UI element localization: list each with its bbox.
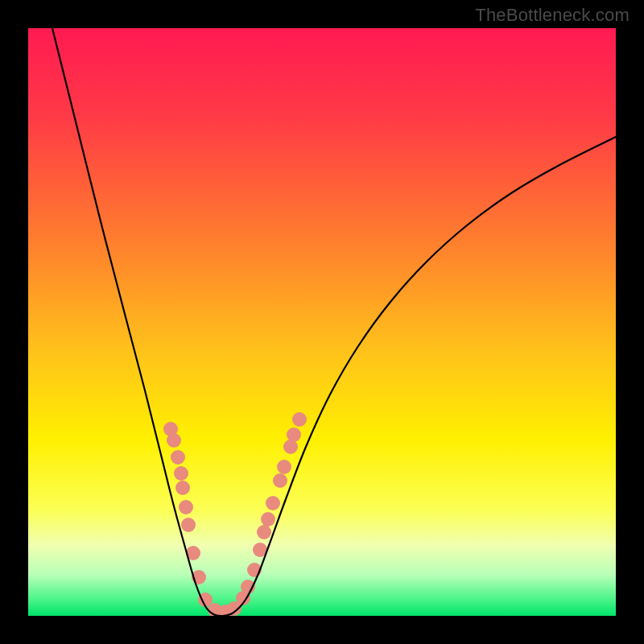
scatter-dot bbox=[257, 525, 271, 539]
scatter-dot bbox=[167, 433, 181, 448]
scatter-dot bbox=[266, 496, 280, 510]
scatter-dot bbox=[175, 481, 190, 495]
scatter-dot bbox=[171, 450, 185, 464]
scatter-dot bbox=[273, 473, 287, 488]
scatter-dot bbox=[174, 466, 188, 481]
scatter-dot bbox=[179, 500, 193, 514]
bottleneck-curve bbox=[52, 28, 616, 616]
scatter-dot bbox=[277, 460, 291, 474]
curve-layer bbox=[28, 28, 616, 616]
scatter-dot bbox=[287, 427, 301, 442]
scatter-dot bbox=[292, 412, 307, 427]
chart-frame: TheBottleneck.com bbox=[0, 0, 644, 644]
scatter-dots bbox=[163, 412, 307, 616]
scatter-dot bbox=[181, 518, 196, 532]
scatter-dot bbox=[261, 512, 275, 526]
watermark-text: TheBottleneck.com bbox=[475, 5, 630, 26]
plot-area bbox=[28, 28, 616, 616]
